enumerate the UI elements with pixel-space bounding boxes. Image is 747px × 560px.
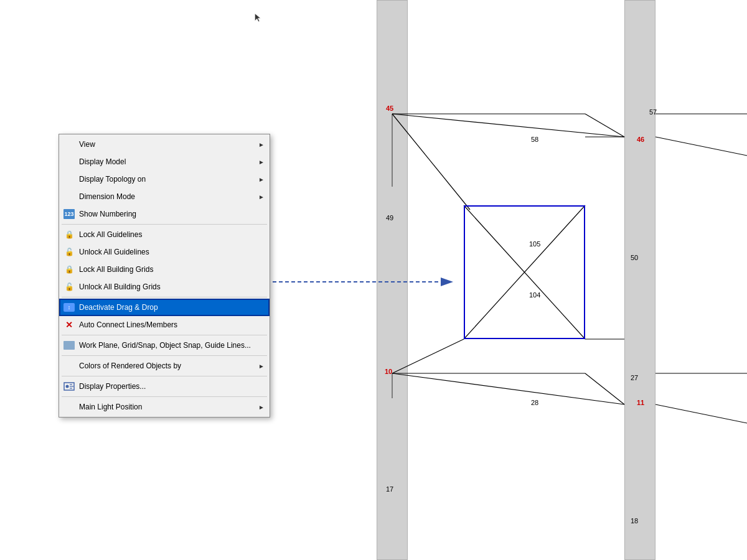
menu-item-unlock-building-grids-label: Unlock All Building Grids	[79, 282, 265, 291]
label-57: 57	[649, 108, 657, 116]
label-11: 11	[637, 399, 644, 406]
lock-guidelines-icon: 🔒	[63, 228, 75, 241]
menu-item-work-plane[interactable]: Work Plane, Grid/Snap, Object Snap, Guid…	[59, 337, 270, 354]
label-104: 104	[529, 291, 540, 299]
menu-item-unlock-guidelines-label: Unlock All Guidelines	[79, 248, 265, 256]
menu-item-view-label: View	[79, 140, 253, 149]
unlock-building-grids-icon: 🔓	[63, 281, 75, 293]
menu-item-lock-building-grids-label: Lock All Building Grids	[79, 265, 265, 274]
menu-item-display-model-label: Display Model	[79, 157, 253, 166]
menu-item-auto-connect-label: Auto Connect Lines/Members	[79, 320, 265, 329]
menu-item-auto-connect[interactable]: ✕ Auto Connect Lines/Members	[59, 316, 270, 334]
dimension-mode-icon	[63, 190, 75, 203]
label-28: 28	[531, 399, 538, 406]
selection-rectangle	[464, 205, 585, 339]
menu-item-show-numbering[interactable]: 123 Show Numbering	[59, 205, 270, 223]
colors-rendered-arrow: ►	[258, 363, 265, 370]
menu-item-work-plane-label: Work Plane, Grid/Snap, Object Snap, Guid…	[79, 341, 265, 350]
label-105: 105	[529, 240, 540, 248]
svg-line-4	[392, 114, 624, 137]
menu-item-dimension-mode-label: Dimension Mode	[79, 192, 253, 201]
separator-5	[62, 376, 267, 376]
pillar-right	[624, 0, 655, 560]
lock-building-grids-icon: 🔒	[63, 263, 75, 276]
menu-item-lock-building-grids[interactable]: 🔒 Lock All Building Grids	[59, 261, 270, 278]
menu-item-display-properties[interactable]: Display Properties...	[59, 378, 270, 395]
menu-item-unlock-guidelines[interactable]: 🔓 Unlock All Guidelines	[59, 243, 270, 261]
mouse-cursor	[254, 14, 264, 24]
svg-line-13	[392, 373, 624, 404]
label-18: 18	[631, 517, 638, 525]
separator-3	[62, 335, 267, 335]
display-model-arrow: ►	[258, 159, 265, 166]
separator-6	[62, 396, 267, 397]
menu-item-lock-guidelines[interactable]: 🔒 Lock All Guidelines	[59, 226, 270, 243]
auto-connect-icon: ✕	[63, 319, 75, 331]
unlock-guidelines-icon: 🔓	[63, 246, 75, 258]
menu-item-lock-guidelines-label: Lock All Guidelines	[79, 230, 265, 239]
svg-line-15	[655, 137, 747, 156]
svg-point-21	[66, 385, 69, 388]
menu-item-display-topology-label: Display Topology on	[79, 175, 253, 184]
svg-line-17	[655, 404, 747, 423]
label-17: 17	[386, 485, 393, 493]
display-model-icon	[63, 156, 75, 168]
separator-1	[62, 224, 267, 225]
menu-item-display-topology[interactable]: Display Topology on ►	[59, 170, 270, 188]
menu-item-dimension-mode[interactable]: Dimension Mode ►	[59, 188, 270, 205]
menu-item-display-properties-label: Display Properties...	[79, 382, 265, 391]
menu-item-view[interactable]: View ►	[59, 136, 270, 153]
menu-item-colors-rendered-label: Colors of Rendered Objects by	[79, 362, 253, 370]
menu-item-main-light[interactable]: Main Light Position ►	[59, 398, 270, 416]
separator-4	[62, 355, 267, 356]
menu-item-display-model[interactable]: Display Model ►	[59, 153, 270, 170]
numbering-icon: 123	[63, 208, 75, 220]
label-10: 10	[385, 368, 392, 375]
label-45: 45	[386, 105, 393, 112]
svg-line-11	[585, 373, 624, 404]
label-50: 50	[631, 254, 638, 261]
drag-drop-icon: ↕	[63, 301, 75, 314]
pillar-left	[377, 0, 408, 560]
menu-item-colors-rendered[interactable]: Colors of Rendered Objects by ►	[59, 357, 270, 375]
display-topology-icon	[63, 173, 75, 185]
view-icon	[63, 138, 75, 151]
work-plane-icon	[63, 339, 75, 352]
separator-2	[62, 297, 267, 297]
display-properties-icon	[63, 380, 75, 393]
dimension-mode-arrow: ►	[258, 194, 265, 200]
label-46: 46	[637, 136, 644, 143]
svg-line-3	[585, 114, 624, 137]
menu-item-show-numbering-label: Show Numbering	[79, 210, 265, 218]
label-58: 58	[531, 136, 538, 143]
menu-item-main-light-label: Main Light Position	[79, 403, 253, 411]
label-49: 49	[386, 214, 393, 222]
menu-item-deactivate-drag[interactable]: ↕ Deactivate Drag & Drop	[59, 299, 270, 316]
menu-item-unlock-building-grids[interactable]: 🔓 Unlock All Building Grids	[59, 278, 270, 296]
colors-rendered-icon	[63, 360, 75, 372]
menu-item-deactivate-drag-label: Deactivate Drag & Drop	[79, 303, 265, 312]
main-light-arrow: ►	[258, 404, 265, 411]
view-arrow: ►	[258, 141, 265, 148]
context-menu: View ► Display Model ► Display Topology …	[59, 134, 270, 418]
main-light-icon	[63, 401, 75, 413]
display-topology-arrow: ►	[258, 176, 265, 183]
label-27: 27	[631, 374, 638, 381]
